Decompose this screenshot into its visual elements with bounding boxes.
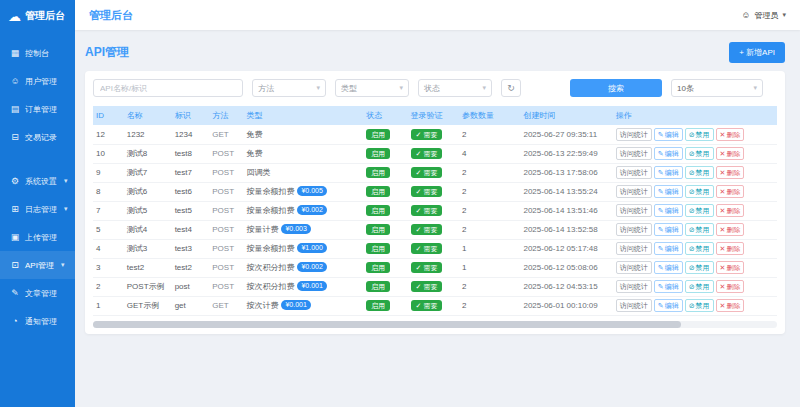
sidebar-item-api[interactable]: ⊡API管理▾ (0, 251, 75, 279)
edit-button[interactable]: ✎编辑 (654, 185, 683, 198)
sidebar-item-articles[interactable]: ✎文章管理 (0, 279, 75, 307)
cell-name: POST示例 (124, 277, 172, 296)
page-header: API管理 + 新增API (85, 42, 785, 63)
sidebar-item-settings[interactable]: ⚙系统设置▾ (0, 167, 75, 195)
reset-button[interactable]: ↻ (501, 79, 521, 97)
auth-badge: ✓ 需要 (411, 300, 443, 311)
horizontal-scrollbar-thumb[interactable] (93, 321, 681, 328)
cell-params: 2 (459, 277, 521, 296)
cell-status: 启用 (363, 277, 407, 296)
delete-button[interactable]: ✕删除 (716, 128, 745, 141)
sidebar-item-transactions[interactable]: ⊟交易记录 (0, 123, 75, 151)
disable-button[interactable]: ⊘禁用 (685, 280, 714, 293)
visit-stats-button[interactable]: 访问统计 (616, 204, 652, 217)
upload-icon: ▣ (10, 232, 20, 242)
delete-button[interactable]: ✕删除 (716, 204, 745, 217)
search-button[interactable]: 搜索 (570, 79, 662, 97)
cell-method: POST (209, 220, 243, 239)
edit-button[interactable]: ✎编辑 (654, 128, 683, 141)
type-label: 按量余额扣费 (246, 206, 294, 215)
delete-button[interactable]: ✕删除 (716, 166, 745, 179)
status-select-label: 状态 (424, 83, 440, 94)
visit-stats-button[interactable]: 访问统计 (616, 185, 652, 198)
delete-icon: ✕ (720, 207, 726, 214)
sidebar-item-users[interactable]: ☺用户管理 (0, 67, 75, 95)
column-header: 登录验证 (408, 106, 459, 125)
delete-button[interactable]: ✕删除 (716, 185, 745, 198)
edit-button[interactable]: ✎编辑 (654, 280, 683, 293)
cell-type: 按次积分扣费¥0.002 (243, 258, 363, 277)
delete-button[interactable]: ✕删除 (716, 147, 745, 160)
page-size-select[interactable]: 10条 ▾ (671, 79, 763, 97)
cell-actions: 访问统计✎编辑⊘禁用✕删除 (613, 163, 777, 182)
cell-created: 2025-06-13 17:58:06 (520, 163, 612, 182)
edit-button[interactable]: ✎编辑 (654, 223, 683, 236)
keyword-input[interactable] (93, 79, 243, 97)
table-row: 1GET示例getGET按次计费¥0.001启用✓ 需要22025-06-01 … (93, 296, 777, 315)
visit-stats-button[interactable]: 访问统计 (616, 223, 652, 236)
main-content: API管理 + 新增API 方法 ▾ 类型 ▾ 状态 ▾ ↻ 搜索 10条 (75, 30, 800, 407)
disable-icon: ⊘ (689, 131, 695, 138)
table-row: 5测试4test4POST按量计费¥0.003启用✓ 需要22025-06-14… (93, 220, 777, 239)
edit-icon: ✎ (658, 131, 664, 138)
delete-button[interactable]: ✕删除 (716, 223, 745, 236)
cell-name: GET示例 (124, 296, 172, 315)
sidebar-item-upload[interactable]: ▣上传管理 (0, 223, 75, 251)
edit-button[interactable]: ✎编辑 (654, 147, 683, 160)
cell-actions: 访问统计✎编辑⊘禁用✕删除 (613, 125, 777, 144)
sidebar-item-console[interactable]: ▦控制台 (0, 39, 75, 67)
cell-created: 2025-06-13 22:59:49 (520, 144, 612, 163)
disable-button[interactable]: ⊘禁用 (685, 261, 714, 274)
cell-code: test4 (172, 220, 210, 239)
visit-stats-button[interactable]: 访问统计 (616, 242, 652, 255)
delete-button[interactable]: ✕删除 (716, 242, 745, 255)
sidebar-item-notifications[interactable]: ◔通知管理 (0, 307, 75, 335)
cell-status: 启用 (363, 144, 407, 163)
disable-button[interactable]: ⊘禁用 (685, 299, 714, 312)
edit-button[interactable]: ✎编辑 (654, 261, 683, 274)
edit-button[interactable]: ✎编辑 (654, 299, 683, 312)
disable-button[interactable]: ⊘禁用 (685, 204, 714, 217)
delete-button[interactable]: ✕删除 (716, 299, 745, 312)
sidebar-item-orders[interactable]: ▤订单管理 (0, 95, 75, 123)
disable-icon: ⊘ (689, 150, 695, 157)
disable-button[interactable]: ⊘禁用 (685, 242, 714, 255)
disable-button[interactable]: ⊘禁用 (685, 166, 714, 179)
users-icon: ☺ (10, 76, 20, 86)
delete-button[interactable]: ✕删除 (716, 280, 745, 293)
status-badge: 启用 (366, 281, 390, 292)
price-badge: ¥0.005 (297, 186, 326, 196)
visit-stats-button[interactable]: 访问统计 (616, 166, 652, 179)
disable-button[interactable]: ⊘禁用 (685, 147, 714, 160)
visit-stats-button[interactable]: 访问统计 (616, 299, 652, 312)
cell-actions: 访问统计✎编辑⊘禁用✕删除 (613, 239, 777, 258)
status-select[interactable]: 状态 ▾ (418, 79, 492, 97)
edit-button[interactable]: ✎编辑 (654, 242, 683, 255)
cell-id: 10 (93, 144, 124, 163)
visit-stats-button[interactable]: 访问统计 (616, 147, 652, 160)
edit-button[interactable]: ✎编辑 (654, 204, 683, 217)
sidebar-item-logs[interactable]: ⊞日志管理▾ (0, 195, 75, 223)
cell-actions: 访问统计✎编辑⊘禁用✕删除 (613, 182, 777, 201)
cell-type: 按次积分扣费¥0.001 (243, 277, 363, 296)
table-row: 4测试3test3POST按量余额扣费¥1.000启用✓ 需要12025-06-… (93, 239, 777, 258)
disable-button[interactable]: ⊘禁用 (685, 223, 714, 236)
user-menu[interactable]: ☺ 管理员 ▾ (741, 10, 786, 21)
edit-button[interactable]: ✎编辑 (654, 166, 683, 179)
cell-name: 测试4 (124, 220, 172, 239)
delete-icon: ✕ (720, 150, 726, 157)
cell-method: POST (209, 144, 243, 163)
price-badge: ¥0.001 (281, 300, 310, 310)
disable-button[interactable]: ⊘禁用 (685, 185, 714, 198)
visit-stats-button[interactable]: 访问统计 (616, 280, 652, 293)
cell-auth: ✓ 需要 (408, 258, 459, 277)
disable-button[interactable]: ⊘禁用 (685, 128, 714, 141)
cell-name: 测试6 (124, 182, 172, 201)
add-api-button[interactable]: + 新增API (729, 42, 785, 63)
visit-stats-button[interactable]: 访问统计 (616, 261, 652, 274)
method-select[interactable]: 方法 ▾ (252, 79, 326, 97)
delete-button[interactable]: ✕删除 (716, 261, 745, 274)
visit-stats-button[interactable]: 访问统计 (616, 128, 652, 141)
column-header: 创建时间 (520, 106, 612, 125)
type-select[interactable]: 类型 ▾ (335, 79, 409, 97)
